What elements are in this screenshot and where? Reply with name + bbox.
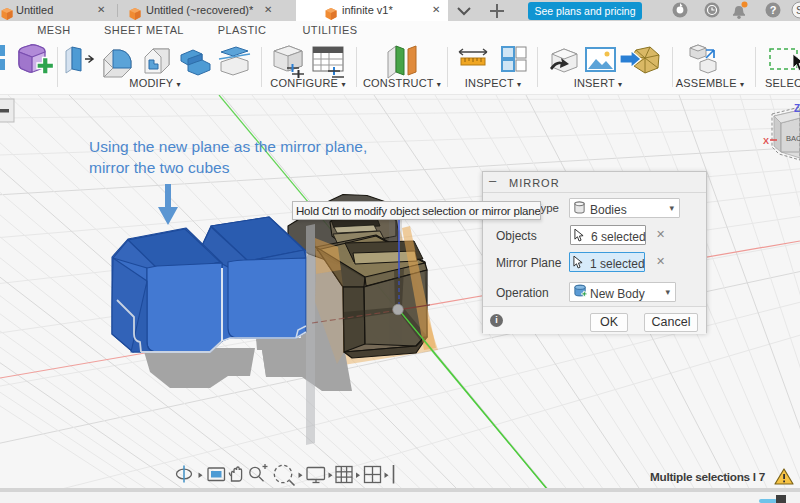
svg-text:Z: Z xyxy=(794,103,800,114)
svg-text:S: S xyxy=(796,4,800,16)
svg-text:X: X xyxy=(763,136,769,146)
svg-text:?: ? xyxy=(770,4,777,16)
svg-text:Using the new plane as the mir: Using the new plane as the mirror plane, xyxy=(89,138,367,155)
svg-text:BAC: BAC xyxy=(786,134,800,143)
svg-text:mirror the two cubes: mirror the two cubes xyxy=(89,159,230,176)
